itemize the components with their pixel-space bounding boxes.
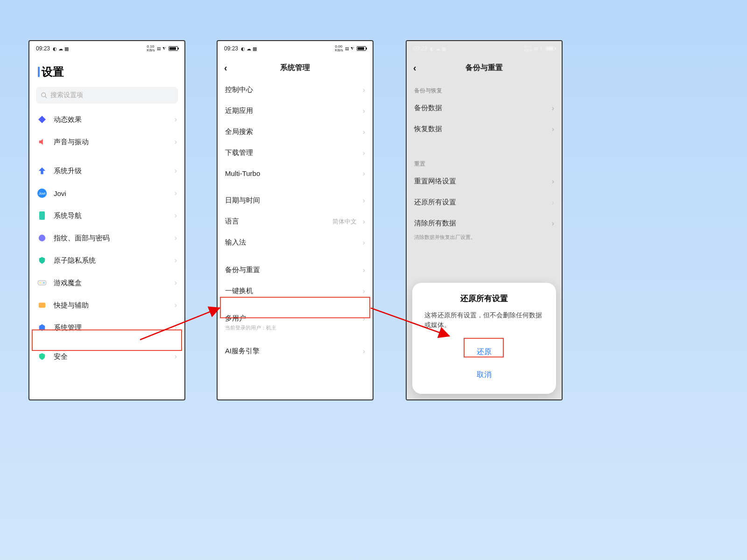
chevron-right-icon: › xyxy=(175,189,177,197)
hexagon-icon xyxy=(37,322,47,333)
item-system-management[interactable]: 系统管理› xyxy=(29,316,184,339)
item-system-navigation[interactable]: 系统导航› xyxy=(29,204,184,227)
item-dynamic-effects[interactable]: 动态效果› xyxy=(29,108,184,131)
item-game-box[interactable]: 游戏魔盒› xyxy=(29,272,184,294)
dialog-message: 这将还原所有设置，但不会删除任何数据或媒体。 xyxy=(424,310,544,330)
back-button[interactable]: ‹ xyxy=(224,63,227,73)
item-language[interactable]: 语言简体中文› xyxy=(218,211,373,232)
item-system-upgrade[interactable]: 系统升级› xyxy=(29,160,184,182)
svg-point-8 xyxy=(40,282,41,284)
header-title: 系统管理 xyxy=(280,63,310,73)
status-bar: 09:23◐ ☁ ▩ 0.00KB/s ▤ ⧨ xyxy=(218,41,373,56)
status-bar: 09:23 ◐ ☁ ▩ 0.10KB/s ▤ ⧨ xyxy=(29,41,184,56)
svg-rect-7 xyxy=(38,280,46,285)
item-privacy-system[interactable]: 原子隐私系统› xyxy=(29,249,184,272)
fingerprint-icon xyxy=(37,233,47,243)
chevron-right-icon: › xyxy=(175,138,177,146)
svg-rect-5 xyxy=(39,211,45,220)
chevron-right-icon: › xyxy=(175,279,177,287)
status-time: 09:23 xyxy=(36,45,50,52)
chevron-right-icon: › xyxy=(175,167,177,175)
item-sound-vibration[interactable]: 声音与振动› xyxy=(29,131,184,153)
svg-marker-2 xyxy=(38,116,46,123)
phone-icon xyxy=(37,210,47,221)
svg-point-9 xyxy=(43,282,45,284)
item-date-time[interactable]: 日期与时间› xyxy=(218,190,373,211)
arrow-right-icon xyxy=(37,300,47,310)
dialog-cancel-button[interactable]: 取消 xyxy=(424,364,544,386)
item-multi-user[interactable]: 多用户当前登录的用户：机主› xyxy=(218,308,373,334)
item-download-manager[interactable]: 下载管理› xyxy=(218,142,373,163)
jovi-icon: Jovi xyxy=(37,188,47,198)
shield-check-icon xyxy=(37,351,47,362)
phone-system-management: 09:23◐ ☁ ▩ 0.00KB/s ▤ ⧨ ‹ 系统管理 控制中心› 近期应… xyxy=(217,40,374,400)
chevron-right-icon: › xyxy=(175,234,177,242)
chevron-right-icon: › xyxy=(175,352,177,361)
page-title: 设置 xyxy=(29,56,184,85)
chevron-right-icon: › xyxy=(175,115,177,124)
chevron-right-icon: › xyxy=(175,323,177,332)
item-ai-engine[interactable]: AI服务引擎› xyxy=(218,341,373,362)
svg-line-1 xyxy=(45,96,47,98)
item-easy-share[interactable]: 一键换机› xyxy=(218,280,373,301)
svg-point-0 xyxy=(42,92,46,97)
battery-icon xyxy=(169,46,178,51)
item-recent-apps[interactable]: 近期应用› xyxy=(218,100,373,121)
diamond-icon xyxy=(37,114,47,125)
phone-backup-reset: 09:23◐ ☁ ▩ 0.00KB/s ▤ ⧨ ‹ 备份与重置 备份与恢复 备份… xyxy=(406,40,563,400)
phone-settings: 09:23 ◐ ☁ ▩ 0.10KB/s ▤ ⧨ 设置 搜索设置项 动态效果› … xyxy=(28,40,185,400)
chevron-right-icon: › xyxy=(175,256,177,265)
item-shortcuts-accessibility[interactable]: 快捷与辅助› xyxy=(29,294,184,316)
dialog-restore-button[interactable]: 还原 xyxy=(424,341,544,364)
restore-dialog: 还原所有设置 这将还原所有设置，但不会删除任何数据或媒体。 还原 取消 xyxy=(412,283,556,394)
item-fingerprint-face-password[interactable]: 指纹、面部与密码› xyxy=(29,227,184,249)
chevron-right-icon: › xyxy=(175,301,177,309)
search-icon xyxy=(41,92,48,99)
svg-point-6 xyxy=(39,235,45,241)
item-backup-reset[interactable]: 备份与重置› xyxy=(218,259,373,280)
battery-icon xyxy=(357,46,366,51)
svg-marker-4 xyxy=(39,168,45,174)
search-input[interactable]: 搜索设置项 xyxy=(36,87,178,104)
svg-marker-11 xyxy=(39,324,45,331)
header-bar: ‹ 系统管理 xyxy=(218,56,373,79)
status-icons: ▤ ⧨ xyxy=(157,46,166,51)
chevron-right-icon: › xyxy=(175,211,177,220)
gamepad-icon xyxy=(37,278,47,288)
item-global-search[interactable]: 全局搜索› xyxy=(218,121,373,142)
item-multi-turbo[interactable]: Multi-Turbo› xyxy=(218,163,373,183)
svg-rect-10 xyxy=(39,303,45,308)
dialog-title: 还原所有设置 xyxy=(424,293,544,304)
speaker-icon xyxy=(37,137,47,147)
svg-marker-3 xyxy=(39,139,43,145)
item-ime[interactable]: 输入法› xyxy=(218,232,373,253)
item-control-center[interactable]: 控制中心› xyxy=(218,79,373,100)
arrow-up-icon xyxy=(37,166,47,176)
item-jovi[interactable]: Jovi Jovi› xyxy=(29,182,184,204)
item-security[interactable]: 安全› xyxy=(29,345,184,368)
shield-icon xyxy=(37,255,47,266)
